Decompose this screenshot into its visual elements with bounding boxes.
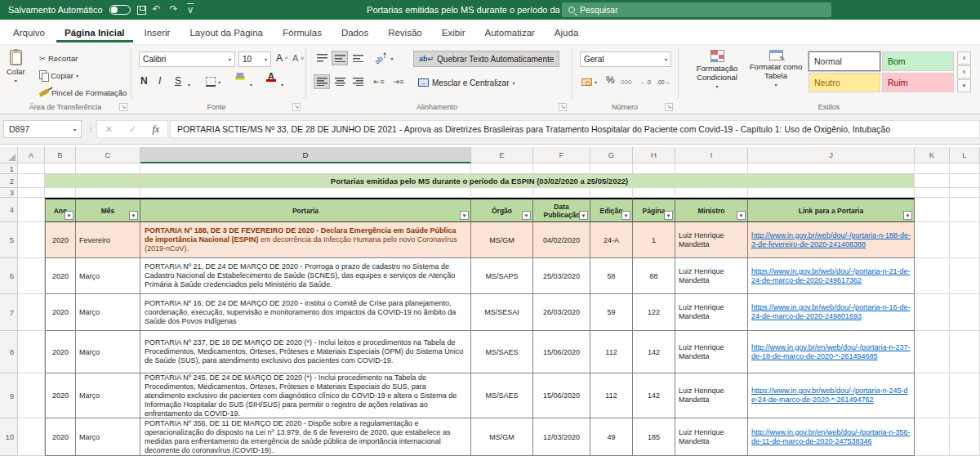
tab-arquivo[interactable]: Arquivo (5, 22, 53, 42)
row-header-2[interactable]: 2 (0, 174, 18, 188)
filter-icon[interactable]: ▼ (129, 211, 138, 220)
cell[interactable] (590, 163, 633, 174)
cell-ministro[interactable]: Luiz Henrique Mandetta (675, 294, 748, 331)
column-header-k[interactable]: K (915, 147, 950, 163)
portaria-link[interactable]: http://www.in.gov.br/web/dou/-/portaria-… (748, 231, 914, 249)
font-size-select[interactable]: 10▾ (238, 51, 271, 67)
cell-portaria[interactable]: PORTARIA Nº 237, DE 18 DE MARÇO DE 2020 … (140, 331, 471, 373)
cell[interactable] (950, 222, 980, 258)
filter-icon[interactable]: ▼ (579, 211, 588, 220)
column-header-l[interactable]: L (950, 147, 980, 163)
tab-revisao[interactable]: Revisão (380, 22, 430, 42)
cell-ministro[interactable]: Luiz Henrique Mandetta (675, 258, 748, 294)
cell[interactable] (915, 258, 950, 294)
filter-icon[interactable]: ▼ (522, 211, 531, 220)
cell-link[interactable]: http://www.in.gov.br/en/web/dou/-/portar… (748, 331, 915, 373)
tab-inserir[interactable]: Inserir (136, 22, 179, 42)
cell-orgao[interactable]: MS/SESAI (471, 294, 533, 331)
row-header-9[interactable]: 9 (0, 373, 18, 418)
header-edicao[interactable]: Edição▼ (590, 198, 633, 222)
cell-orgao[interactable]: MS/SAES (471, 373, 533, 418)
filter-icon[interactable]: ▼ (460, 211, 469, 220)
format-as-table-button[interactable]: Formatar como Tabela ▾ (748, 50, 804, 87)
comma-style-button[interactable]: 000 (621, 75, 631, 88)
cell[interactable] (533, 163, 590, 174)
orientation-button[interactable]: ab↗▾ (374, 51, 394, 65)
portaria-link[interactable]: https://www.in.gov.br/web/dou/-/portaria… (748, 303, 914, 321)
column-header-j[interactable]: J (748, 147, 915, 163)
row-header-3[interactable]: 3 (0, 188, 18, 198)
align-right-button[interactable] (350, 74, 366, 89)
cell-ano[interactable]: 2020 (45, 258, 76, 294)
cell-data[interactable]: 15/06/2020 (533, 373, 590, 418)
cell[interactable] (915, 418, 950, 456)
cell[interactable] (915, 188, 950, 198)
name-box-dropdown-icon[interactable]: ▾ (74, 127, 76, 132)
cell-pagina[interactable]: 142 (633, 373, 675, 418)
portaria-link[interactable]: http://www.in.gov.br/en/web/dou/-/portar… (748, 428, 914, 446)
cell-pagina[interactable]: 88 (633, 258, 675, 294)
cell-ano[interactable]: 2020 (45, 418, 76, 456)
tab-automatizar[interactable]: Automatizar (477, 22, 543, 42)
cell-ministro[interactable]: Luiz Henrique Mandetta (675, 222, 748, 258)
cell[interactable] (590, 188, 633, 198)
cell-edicao[interactable]: 49 (590, 418, 633, 456)
style-good[interactable]: Bom (882, 51, 954, 71)
merge-center-button[interactable]: ↔ Mesclar e Centralizar ▾ (413, 74, 520, 91)
cell[interactable] (675, 163, 748, 174)
redo-icon[interactable]: ↷▾ (170, 4, 180, 16)
cell-pagina[interactable]: 185 (633, 418, 675, 456)
cell[interactable] (633, 163, 675, 174)
cell[interactable] (18, 331, 45, 373)
cell-link[interactable]: https://www.in.gov.br/web/dou/-/portaria… (748, 258, 915, 294)
portaria-link[interactable]: https://www.in.gov.br/web/dou/-/portaria… (748, 387, 914, 405)
header-portaria[interactable]: Portaria▼ (140, 198, 471, 222)
cell[interactable] (748, 188, 915, 198)
cell-mes[interactable]: Março (76, 294, 140, 331)
decrease-decimal-button[interactable]: .00→ (657, 75, 670, 88)
cell-link[interactable]: http://www.in.gov.br/en/web/dou/-/portar… (748, 418, 915, 456)
cell-edicao[interactable]: 58 (590, 258, 633, 294)
cell-orgao[interactable]: MS/GM (471, 222, 533, 258)
cell-edicao[interactable]: 112 (590, 331, 633, 373)
cell[interactable] (45, 163, 76, 174)
cell-orgao[interactable]: MS/SAES (471, 331, 533, 373)
cell-ano[interactable]: 2020 (45, 373, 76, 418)
filter-icon[interactable]: ▼ (65, 211, 74, 220)
cell[interactable] (950, 294, 980, 331)
column-header-i[interactable]: I (675, 147, 748, 163)
cell[interactable] (18, 294, 45, 331)
italic-button[interactable]: I (158, 74, 161, 87)
cell[interactable] (950, 174, 980, 188)
cell[interactable] (18, 174, 45, 188)
filter-icon[interactable]: ▼ (664, 211, 673, 220)
cell[interactable] (748, 163, 915, 174)
row-header-5[interactable]: 5 (0, 222, 18, 258)
cell[interactable] (140, 188, 471, 198)
insert-function-icon[interactable]: fx (153, 123, 160, 136)
row-header-7[interactable]: 7 (0, 294, 18, 331)
cell-data[interactable]: 25/03/2020 (533, 258, 590, 294)
cell[interactable] (915, 198, 950, 222)
cell[interactable] (18, 222, 45, 258)
cell-pagina[interactable]: 1 (633, 222, 675, 258)
row-header-4[interactable]: 4 (0, 198, 18, 222)
row-header-1[interactable]: 1 (0, 163, 18, 174)
accounting-format-button[interactable]: ▾ (581, 75, 597, 88)
align-middle-button[interactable] (332, 51, 348, 65)
underline-button[interactable]: S (175, 74, 181, 87)
copy-dropdown-icon[interactable]: ▾ (76, 73, 78, 78)
header-data-publicacao[interactable]: Data Publicação▼ (533, 198, 590, 222)
row-header-6[interactable]: 6 (0, 258, 18, 294)
decrease-indent-button[interactable]: ⇤≡ (371, 74, 387, 89)
number-dialog-launcher[interactable]: ↘ (665, 103, 673, 111)
tab-ajuda[interactable]: Ajuda (546, 22, 586, 42)
style-neutral[interactable]: Neutro (808, 73, 880, 92)
cell[interactable] (18, 163, 45, 174)
cell[interactable] (950, 188, 980, 198)
cell-pagina[interactable]: 142 (633, 331, 675, 373)
cell[interactable] (950, 198, 980, 222)
tab-pagina-inicial[interactable]: Página Inicial (56, 22, 133, 42)
cell-mes[interactable]: Março (76, 258, 140, 294)
cell-portaria[interactable]: PORTARIA Nº 21, DE 24 DE MARÇO DE 2020 -… (140, 258, 471, 294)
